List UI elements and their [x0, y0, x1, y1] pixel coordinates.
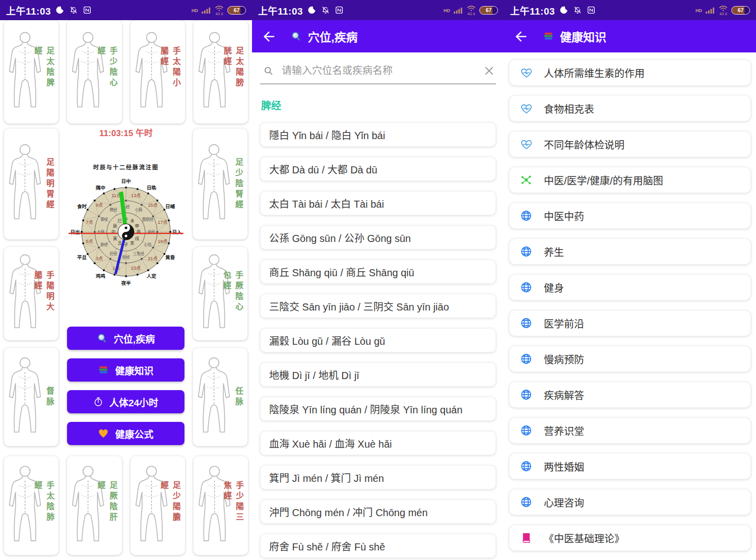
- meridian-card[interactable]: 督脉: [4, 348, 58, 446]
- svg-text:17点: 17点: [158, 220, 167, 225]
- acupoint-list-item[interactable]: 漏穀 Lòu gǔ / 漏谷 Lòu gǔ: [260, 328, 496, 352]
- nav-button[interactable]: 健康公式: [67, 422, 184, 445]
- nav-button[interactable]: 穴位,疾病: [67, 327, 184, 350]
- svg-text:食时: 食时: [77, 204, 87, 209]
- clear-search-icon[interactable]: [483, 65, 495, 77]
- knowledge-list-item[interactable]: 两性婚姻: [509, 453, 751, 479]
- acupoint-label: 太白 Tài bái / 太白 Tài bái: [269, 196, 384, 211]
- signal-bars-icon: [454, 7, 463, 14]
- acupoint-label: 漏穀 Lòu gǔ / 漏谷 Lòu gǔ: [269, 333, 385, 348]
- svg-text:戌: 戌: [135, 236, 139, 241]
- status-time: 上午11:03: [510, 4, 555, 17]
- acupoint-label: 沖門 Chōng mén / 冲门 Chōng mén: [269, 505, 428, 519]
- knowledge-list-item[interactable]: 养生: [509, 238, 751, 265]
- knowledge-list-item[interactable]: 不同年龄体检说明: [509, 131, 751, 157]
- nav-button[interactable]: 人体24小时: [67, 390, 184, 413]
- svg-text:15点: 15点: [148, 203, 158, 208]
- meridian-card[interactable]: 任脉: [193, 348, 247, 446]
- live-time-caption: 11:03:15 午时: [67, 126, 185, 139]
- knowledge-list-item[interactable]: 中医中药: [509, 203, 751, 229]
- knowledge-list-item[interactable]: 中医/医学/健康/的有用脑图: [509, 167, 751, 193]
- topic-icon: [520, 389, 533, 401]
- meridian-card-label: 手陽明大腸經: [31, 270, 55, 317]
- acupoint-list-item[interactable]: 三陰交 Sān yīn jiāo / 三阴交 Sān yīn jiāo: [260, 294, 496, 318]
- svg-text:19点: 19点: [158, 239, 167, 244]
- svg-text:脾经: 脾经: [110, 207, 117, 212]
- meridian-card-row-bottom: 手太陰肺經 足厥陰肝經 足少陽膽經 手少陽三焦經: [4, 456, 248, 555]
- svg-text:日中: 日中: [121, 178, 131, 184]
- status-bar: 上午11:03 HD 4G 6 67: [504, 0, 756, 20]
- bell-muted-icon: [573, 6, 582, 15]
- search-bar: [260, 65, 496, 84]
- meridian-card[interactable]: 足厥陰肝經: [67, 456, 121, 555]
- acupoint-list-item[interactable]: 商丘 Shāng qiū / 商丘 Shāng qiū: [260, 260, 496, 284]
- topic-label: 两性婚姻: [544, 459, 584, 474]
- moon-icon: [55, 6, 65, 15]
- search-input[interactable]: [281, 65, 476, 77]
- status-time: 上午11:03: [258, 4, 303, 17]
- meridian-flow-clock: 时辰与十二经脉流注图日中日昳日晡日入黄昏人定夜半鸡鸣平旦日出食时隅中13点15点…: [66, 160, 186, 289]
- meridian-card-label: 足陽明胃經: [43, 158, 55, 211]
- knowledge-list-item[interactable]: 营养识堂: [509, 417, 751, 444]
- meridian-card[interactable]: 足陽明胃經: [4, 129, 58, 239]
- nav-button-icon: [97, 333, 108, 344]
- nav-button-label: 穴位,疾病: [114, 332, 155, 345]
- nav-button-icon: [98, 364, 109, 376]
- topic-label: 养生: [544, 244, 564, 259]
- acupoint-label: 公孫 Gōng sūn / 公孙 Gōng sūn: [269, 230, 411, 245]
- back-arrow-icon[interactable]: [262, 30, 276, 43]
- meridian-card[interactable]: 手陽明大腸經: [4, 247, 58, 340]
- knowledge-list-item[interactable]: 医学前沿: [509, 310, 751, 336]
- app-bar: 健康知识: [504, 20, 756, 52]
- meridian-card[interactable]: 足少陽膽經: [131, 456, 185, 555]
- meridian-clock-diagram: 时辰与十二经脉流注图日中日昳日晡日入黄昏人定夜半鸡鸣平旦日出食时隅中13点15点…: [66, 160, 186, 289]
- acupoint-list-item[interactable]: 陰陵泉 Yīn líng quán / 阴陵泉 Yīn líng quán: [260, 397, 496, 421]
- knowledge-list-item[interactable]: 食物相克表: [509, 95, 751, 121]
- acupoint-list-item[interactable]: 隱白 Yǐn bái / 隐白 Yǐn bái: [260, 122, 496, 147]
- wifi-icon: 4G 6: [719, 5, 728, 16]
- meridian-card-column-right: 足少陰腎經 手厥陰心包經 任脉: [193, 129, 247, 446]
- battery-icon: 67: [731, 6, 750, 15]
- meridian-card-label: 足少陽膽經: [158, 481, 182, 530]
- acupoint-list: 隱白 Yǐn bái / 隐白 Yǐn bái 大都 Dà dū / 大都 Dà…: [260, 122, 496, 558]
- back-arrow-icon[interactable]: [514, 30, 528, 43]
- acupoint-list-item[interactable]: 血海 Xuè hǎi / 血海 Xuè hǎi: [260, 431, 496, 455]
- knowledge-list-item[interactable]: 《中医基础理论》: [509, 525, 751, 551]
- acupoint-list-item[interactable]: 府舍 Fù shě / 府舍 Fù shě: [260, 534, 496, 558]
- app-bar: 穴位,疾病: [252, 20, 504, 52]
- hd-label: HD: [444, 8, 450, 13]
- acupoint-list-item[interactable]: 沖門 Chōng mén / 冲门 Chōng mén: [260, 500, 496, 524]
- acupoint-list-item[interactable]: 公孫 Gōng sūn / 公孙 Gōng sūn: [260, 225, 496, 250]
- meridian-card[interactable]: 足太陽膀胱經: [194, 20, 248, 123]
- three-screen-composite: 上午11:03 HD 4G 6 67 足太陰脾經 手少陰心經: [0, 0, 756, 560]
- nav-button-icon: [98, 428, 109, 439]
- acupoint-list-item[interactable]: 大都 Dà dū / 大都 Dà dū: [260, 157, 496, 181]
- acupoint-list-item[interactable]: 箕門 Jì mén / 箕门 Jì mén: [260, 465, 496, 489]
- knowledge-list-item[interactable]: 心理咨询: [509, 489, 751, 515]
- meridian-card[interactable]: 手少陽三焦經: [194, 456, 248, 555]
- knowledge-list-item[interactable]: 人体所需维生素的作用: [509, 59, 751, 86]
- meridian-card[interactable]: 手少陰心經: [67, 20, 121, 123]
- acupoint-label: 三陰交 Sān yīn jiāo / 三阴交 Sān yīn jiāo: [269, 299, 449, 314]
- acupoint-list-item[interactable]: 太白 Tài bái / 太白 Tài bái: [260, 191, 496, 215]
- knowledge-list-item[interactable]: 疾病解答: [509, 382, 751, 408]
- acupoint-list-item[interactable]: 地機 Dì jī / 地机 Dì jī: [260, 362, 496, 387]
- svg-text:心包: 心包: [144, 242, 152, 247]
- meridian-card[interactable]: 足少陰腎經: [193, 129, 247, 239]
- meridian-card-label: 手少陰心經: [95, 46, 119, 98]
- meridian-card[interactable]: 足太陰脾經: [4, 20, 58, 123]
- knowledge-list-item[interactable]: 慢病预防: [509, 346, 751, 372]
- svg-text:日晡: 日晡: [165, 204, 175, 209]
- meridian-card[interactable]: 手太陽小腸經: [131, 20, 185, 123]
- svg-text:巳: 巳: [117, 218, 122, 223]
- svg-text:平旦: 平旦: [77, 255, 87, 260]
- topic-icon: [520, 353, 533, 365]
- svg-text:7点: 7点: [86, 220, 93, 225]
- topic-icon: [520, 67, 533, 79]
- svg-text:9点: 9点: [96, 203, 103, 208]
- meridian-card[interactable]: 手厥陰心包經: [193, 247, 247, 340]
- nav-button[interactable]: 健康知识: [67, 358, 184, 382]
- knowledge-list-item[interactable]: 健身: [509, 274, 751, 300]
- meridian-card[interactable]: 手太陰肺經: [4, 456, 58, 555]
- screen-acupoint-search: 上午11:03 HD 4G 6 67 穴位,疾病: [252, 0, 504, 560]
